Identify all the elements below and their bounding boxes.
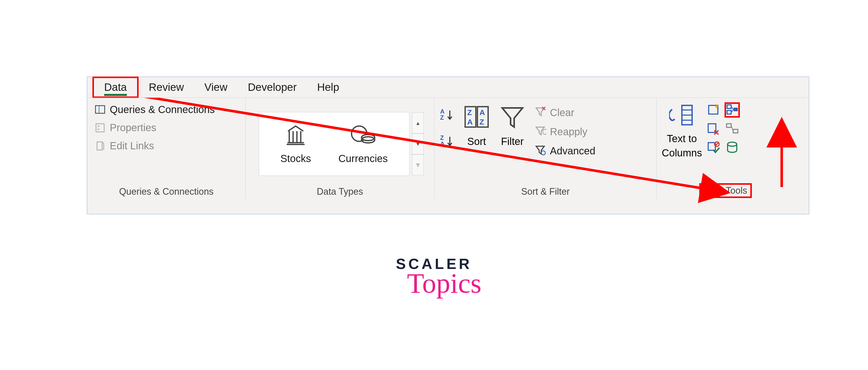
tab-help[interactable]: Help [307,78,349,96]
svg-text:A: A [479,108,485,116]
manage-data-model-icon [725,141,739,155]
data-validation-button[interactable] [706,140,721,156]
reapply-filter-label: Reapply [550,126,587,138]
svg-text:A: A [440,108,444,115]
svg-line-36 [731,126,733,131]
filter-icon [498,103,526,133]
remove-duplicates-button[interactable] [706,121,721,136]
advanced-filter-label: Advanced [550,145,595,157]
sort-button[interactable]: ZAAZ Sort [463,103,491,147]
sort-icon: ZAAZ [463,103,491,133]
text-to-columns-label-2: Columns [662,147,702,159]
svg-text:A: A [440,140,444,147]
data-types-gallery[interactable]: Stocks Currencies [259,112,409,176]
clear-filter-button[interactable]: Clear [534,105,595,120]
flash-fill-button[interactable] [706,102,721,117]
group-queries-connections: Queries & Connections Properties Edit Li… [87,98,246,200]
edit-links-icon [94,140,106,152]
ribbon-body: Queries & Connections Properties Edit Li… [87,98,809,200]
svg-point-4 [98,129,99,130]
tab-view-label: View [204,81,227,93]
data-types-scroll-up[interactable]: ▴ [412,112,424,133]
data-types-expand[interactable]: ▿ [412,155,424,175]
svg-rect-0 [95,106,105,113]
svg-point-20 [541,151,545,155]
manage-data-model-button[interactable] [724,140,740,156]
svg-text:Z: Z [479,117,484,126]
sort-za-button[interactable]: ZA [440,134,455,150]
svg-point-3 [98,126,99,127]
advanced-filter-button[interactable]: Advanced [534,144,595,158]
currencies-button[interactable]: Currencies [338,124,388,164]
relationships-icon [725,122,739,136]
consolidate-button[interactable] [724,102,740,117]
svg-rect-35 [733,129,738,133]
svg-rect-26 [727,105,731,108]
sort-az-button[interactable]: AZ [440,108,455,124]
ribbon-tabs: Data Review View Developer Help [87,77,809,98]
svg-text:Z: Z [467,108,472,116]
tab-developer-label: Developer [248,81,297,93]
data-types-scroll: ▴ ▾ ▿ [412,112,424,175]
svg-rect-34 [726,124,731,127]
tab-review-label: Review [149,81,184,93]
tab-help-label: Help [317,81,339,93]
stocks-button[interactable]: Stocks [280,124,311,164]
queries-connections-button[interactable]: Queries & Connections [92,103,217,116]
svg-text:Z: Z [440,134,444,141]
text-to-columns-button[interactable]: Text to Columns [662,102,702,159]
properties-button[interactable]: Properties [92,121,217,134]
filter-label: Filter [501,136,524,147]
svg-rect-2 [96,124,104,132]
currencies-label: Currencies [338,153,388,164]
flash-fill-icon [707,103,720,117]
group-label-data-types: Data Types [317,185,363,198]
queries-connections-icon [94,104,106,115]
tab-data[interactable]: Data [92,76,138,98]
properties-label: Properties [110,122,156,133]
svg-point-40 [727,142,737,146]
tab-active-underline [104,94,127,96]
group-label-queries-connections: Queries & Connections [92,185,240,198]
svg-text:Z: Z [440,114,444,121]
svg-rect-28 [734,108,738,111]
watermark-line-2: Topics [407,267,482,300]
edit-links-button[interactable]: Edit Links [92,139,217,153]
properties-icon [94,122,106,133]
clear-filter-label: Clear [550,107,575,119]
group-data-tools: Text to Columns [657,98,795,200]
scaler-topics-watermark: SCALER Topics [386,255,482,300]
sort-az-icon: AZ [440,108,455,124]
queries-connections-label: Queries & Connections [110,104,215,115]
stocks-icon [283,124,308,149]
tab-view[interactable]: View [194,78,238,96]
excel-ribbon: Data Review View Developer Help [87,76,809,214]
group-label-data-tools: Data Tools [699,183,752,198]
consolidate-icon [725,103,739,117]
advanced-filter-icon [534,144,546,158]
data-validation-icon [707,141,720,155]
tab-developer[interactable]: Developer [238,78,307,96]
tab-data-label: Data [104,81,127,93]
sort-za-icon: ZA [440,134,455,150]
relationships-button[interactable] [724,121,740,136]
svg-text:A: A [467,117,473,126]
group-data-types: Stocks Currencies ▴ ▾ ▿ Data Types [246,98,435,200]
stocks-label: Stocks [280,153,311,164]
reapply-filter-icon [534,125,546,139]
currencies-icon [349,124,377,149]
reapply-filter-button[interactable]: Reapply [534,125,595,139]
remove-duplicates-icon [707,122,720,136]
text-to-columns-label-1: Text to [667,132,697,145]
tab-review[interactable]: Review [138,78,194,96]
edit-links-label: Edit Links [110,140,154,152]
group-sort-filter: AZ ZA ZAAZ Sort [435,98,657,200]
filter-button[interactable]: Filter [498,103,526,147]
group-label-sort-filter: Sort & Filter [440,185,651,198]
svg-rect-27 [727,110,731,114]
sort-label: Sort [467,136,486,147]
clear-filter-icon [534,105,546,120]
data-types-scroll-down[interactable]: ▾ [412,133,424,155]
text-to-columns-icon [669,102,695,130]
